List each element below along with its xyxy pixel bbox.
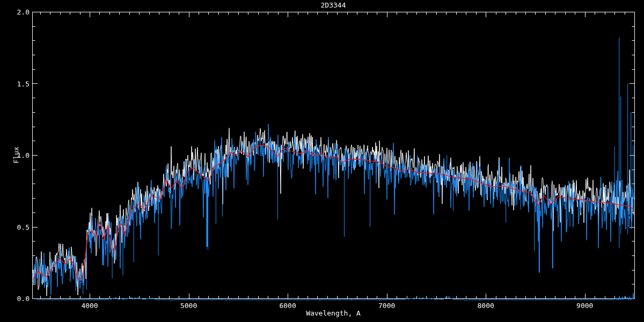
x-tick-label: 4000 — [81, 302, 98, 309]
x-tick-label: 6000 — [279, 302, 296, 309]
x-tick-label: 5000 — [180, 302, 197, 309]
x-tick-label: 7000 — [378, 302, 395, 309]
spectrum-canvas — [0, 0, 644, 322]
x-axis-label: Wavelength, A — [32, 310, 634, 317]
spectrum-plot: 2D3344 Wavelength, A Flux 40005000600070… — [0, 0, 644, 322]
plot-title: 2D3344 — [32, 2, 634, 9]
x-tick-label: 8000 — [478, 302, 494, 309]
y-tick-label: 1.0 — [0, 152, 30, 159]
y-tick-label: 1.5 — [0, 80, 30, 87]
x-tick-label: 9000 — [576, 302, 593, 309]
y-tick-label: 2.0 — [0, 9, 30, 16]
y-tick-label: 0.5 — [0, 224, 30, 231]
y-tick-label: 0.0 — [0, 295, 30, 302]
